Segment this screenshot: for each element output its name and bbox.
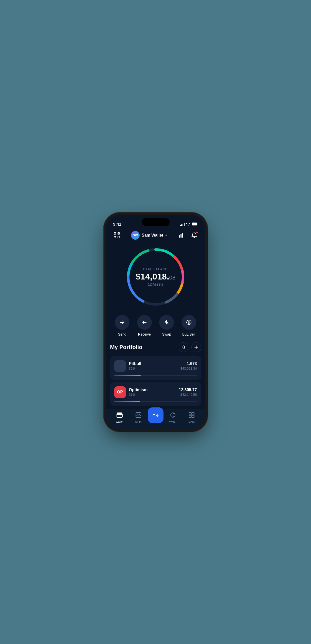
pitbull-amount: 1.673 (180, 361, 197, 366)
optimism-icon: OP (114, 386, 126, 398)
status-time: 9:41 (113, 222, 121, 227)
scan-icon[interactable] (112, 231, 121, 240)
pitbull-progress-bar (114, 375, 197, 376)
optimism-percent: 31% (129, 393, 148, 397)
avatar: SW (131, 231, 140, 240)
nav-wallet[interactable]: Wallet (110, 412, 129, 423)
balance-label: TOTAL BALANCE (135, 268, 176, 271)
notification-dot (196, 231, 198, 234)
svg-rect-5 (114, 233, 115, 234)
more-nav-label: More (188, 420, 195, 423)
nfts-nav-icon (136, 412, 141, 419)
send-button[interactable]: Send (115, 315, 129, 336)
more-nav-icon (189, 412, 194, 419)
optimism-progress-bar (114, 401, 197, 402)
svg-rect-14 (182, 233, 183, 238)
svg-point-30 (120, 416, 121, 416)
portfolio-title: My Portfolio (110, 344, 142, 351)
signal-icon (180, 223, 185, 226)
wallet-selector[interactable]: SW Sam Wallet ▾ (131, 231, 167, 240)
swap-button[interactable]: Swap (159, 315, 174, 336)
pitbull-percent: 32% (129, 367, 141, 370)
asset-pitbull[interactable]: 🐾 Pitbull 32% 1.673 $43,023.34 (110, 356, 201, 380)
chevron-down-icon: ▾ (165, 234, 167, 237)
web3-nav-label: Web3 (169, 420, 176, 423)
receive-button[interactable]: Receive (137, 315, 152, 336)
svg-rect-7 (114, 237, 115, 237)
wallet-nav-icon (117, 412, 123, 419)
svg-point-27 (117, 362, 124, 370)
wifi-icon (186, 222, 190, 226)
svg-rect-6 (118, 233, 119, 234)
balance-amount: $14,018.08 (135, 272, 176, 281)
portfolio-actions (179, 342, 201, 352)
notification-button[interactable] (190, 231, 199, 240)
action-buttons: Send Receive Swap (106, 312, 205, 342)
assets-count: 12 Assets (135, 282, 176, 286)
send-label: Send (118, 332, 126, 336)
portfolio-section: My Portfolio (106, 342, 205, 409)
web3-nav-icon (170, 412, 176, 419)
search-button[interactable] (179, 342, 188, 352)
phone-frame: 9:41 (106, 215, 205, 429)
phone-screen: 9:41 (106, 215, 205, 429)
header: SW Sam Wallet ▾ (106, 229, 205, 244)
svg-rect-36 (192, 412, 194, 415)
optimism-amount: 12,305.77 (179, 388, 197, 392)
buysell-button[interactable]: $ Buy/Sell (182, 315, 196, 336)
battery-icon (192, 222, 198, 227)
pitbull-progress-fill (114, 375, 141, 376)
balance-ring: TOTAL BALANCE $14,018.08 12 Assets (125, 246, 186, 307)
status-icons (180, 222, 198, 227)
svg-rect-29 (117, 414, 122, 418)
svg-rect-13 (181, 234, 182, 238)
portfolio-header: My Portfolio (110, 342, 201, 352)
pitbull-name: Pitbull (129, 361, 141, 366)
swap-center-button[interactable] (148, 407, 163, 423)
wallet-name: Sam Wallet (142, 233, 163, 238)
svg-point-32 (137, 414, 138, 414)
nav-more[interactable]: More (182, 412, 201, 423)
add-asset-button[interactable] (191, 342, 201, 352)
buysell-label: Buy/Sell (182, 332, 195, 336)
header-right (176, 231, 199, 240)
svg-rect-35 (189, 412, 191, 415)
svg-rect-1 (192, 223, 197, 225)
receive-label: Receive (138, 332, 151, 336)
nav-nfts[interactable]: NFTs (129, 412, 148, 423)
wallet-nav-label: Wallet (116, 420, 123, 423)
bottom-nav: Wallet NFTs (106, 409, 205, 429)
svg-text:$: $ (188, 321, 190, 324)
optimism-progress-fill (114, 401, 140, 402)
pitbull-value: $43,023.34 (180, 367, 197, 370)
svg-rect-12 (179, 235, 180, 238)
dynamic-island (142, 218, 170, 226)
asset-optimism[interactable]: OP Optimism 31% 12,305.77 $42,149.56 (110, 382, 201, 406)
pitbull-icon: 🐾 (114, 360, 126, 372)
nav-web3[interactable]: Web3 (163, 412, 182, 423)
balance-section: TOTAL BALANCE $14,018.08 12 Assets (106, 244, 205, 312)
svg-rect-37 (189, 415, 191, 418)
optimism-name: Optimism (129, 388, 148, 392)
chart-button[interactable] (176, 231, 186, 240)
balance-info: TOTAL BALANCE $14,018.08 12 Assets (135, 268, 176, 286)
optimism-value: $42,149.56 (179, 393, 197, 397)
svg-rect-38 (192, 415, 194, 418)
nfts-nav-label: NFTs (135, 420, 142, 423)
swap-label: Swap (162, 332, 171, 336)
